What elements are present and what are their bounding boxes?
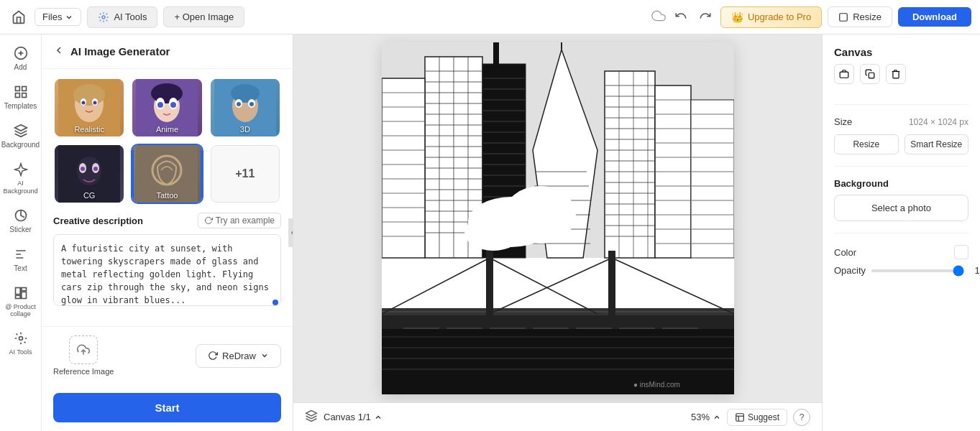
sidebar-item-background-label: Background bbox=[1, 141, 40, 149]
collage-icon bbox=[14, 286, 28, 300]
reference-image-section: Reference Image bbox=[53, 335, 114, 376]
svg-point-18 bbox=[73, 84, 105, 106]
size-value: 1024 × 1024 px bbox=[909, 117, 968, 127]
start-button[interactable]: Start bbox=[53, 393, 281, 422]
right-color-section: Color Opacity 100 bbox=[834, 245, 968, 276]
sticker-icon bbox=[14, 208, 28, 223]
panel-header: AI Image Generator bbox=[42, 34, 293, 69]
resize-btn[interactable]: Resize bbox=[834, 134, 899, 154]
ai-tools-button[interactable]: AI Tools bbox=[87, 6, 157, 28]
reference-image-upload[interactable] bbox=[69, 335, 98, 364]
style-grid: Realistic Anime 3D CG bbox=[42, 69, 293, 213]
canvas-tool-1-icon bbox=[839, 69, 849, 79]
background-section-title: Background bbox=[834, 178, 968, 189]
upload-icon bbox=[77, 343, 90, 356]
sidebar-item-add[interactable]: Add bbox=[2, 40, 40, 78]
sidebar-item-ai-background[interactable]: AI Background bbox=[2, 157, 40, 201]
resize-label: Resize bbox=[853, 11, 881, 22]
download-button[interactable]: Download bbox=[898, 7, 971, 27]
home-button[interactable] bbox=[9, 7, 29, 27]
sparkle-icon bbox=[14, 162, 28, 177]
divider-1 bbox=[834, 104, 968, 105]
sidebar-item-text[interactable]: Text bbox=[2, 241, 40, 279]
upgrade-button[interactable]: 👑 Upgrade to Pro bbox=[720, 6, 822, 28]
style-realistic-label: Realistic bbox=[55, 125, 124, 134]
svg-rect-11 bbox=[15, 287, 20, 294]
open-image-label: + Open Image bbox=[174, 11, 234, 22]
suggest-button[interactable]: Suggest bbox=[727, 409, 787, 426]
select-photo-button[interactable]: Select a photo bbox=[834, 195, 968, 221]
try-example-button[interactable]: Try an example bbox=[198, 213, 281, 228]
panel-title: AI Image Generator bbox=[70, 45, 170, 57]
svg-point-15 bbox=[19, 337, 22, 340]
help-button[interactable]: ? bbox=[793, 409, 810, 426]
color-label: Color bbox=[834, 247, 856, 258]
reference-image-label: Reference Image bbox=[53, 367, 114, 376]
canvas-area: ● insMind.com Canvas 1/1 53% Suggest bbox=[293, 34, 822, 431]
cloud-icon[interactable] bbox=[651, 9, 666, 25]
svg-rect-13 bbox=[21, 292, 26, 298]
svg-point-41 bbox=[81, 167, 85, 171]
svg-marker-173 bbox=[306, 411, 317, 417]
style-more-label: +11 bbox=[211, 145, 280, 203]
undo-button[interactable] bbox=[672, 6, 690, 27]
sidebar-item-product-collage-label: @ Product collage bbox=[5, 303, 37, 319]
panel-back-button[interactable] bbox=[53, 45, 65, 58]
sidebar-item-ai-tools[interactable]: AI Tools bbox=[2, 325, 40, 362]
right-canvas-section: Canvas bbox=[834, 46, 968, 93]
left-sidebar: Add Templates Background AI Background S… bbox=[0, 34, 42, 431]
svg-rect-12 bbox=[21, 287, 26, 290]
style-cg[interactable]: CG bbox=[53, 144, 125, 204]
canvas-bottom-bar: Canvas 1/1 53% Suggest ? bbox=[293, 402, 822, 431]
files-menu[interactable]: Files bbox=[35, 8, 81, 26]
style-tattoo[interactable]: Tattoo bbox=[131, 144, 203, 204]
style-3d[interactable]: 3D bbox=[209, 78, 281, 138]
style-realistic[interactable]: Realistic bbox=[53, 78, 125, 138]
svg-point-25 bbox=[151, 83, 183, 103]
chevron-down-icon bbox=[260, 351, 269, 360]
svg-rect-7 bbox=[15, 93, 19, 98]
canvas-tool-1[interactable] bbox=[834, 64, 854, 84]
color-swatch[interactable] bbox=[954, 245, 968, 259]
svg-point-149 bbox=[464, 215, 522, 251]
svg-rect-14 bbox=[15, 295, 20, 298]
main-area: Add Templates Background AI Background S… bbox=[0, 34, 980, 431]
sidebar-item-background[interactable]: Background bbox=[2, 118, 40, 155]
svg-rect-178 bbox=[869, 73, 874, 78]
sidebar-item-templates[interactable]: Templates bbox=[2, 79, 40, 116]
size-label: Size bbox=[834, 116, 852, 127]
style-anime[interactable]: Anime bbox=[131, 78, 203, 138]
topbar: Files AI Tools + Open Image 👑 Upgrade to… bbox=[0, 0, 980, 34]
ai-tools-label: AI Tools bbox=[114, 11, 147, 22]
layers-button[interactable] bbox=[305, 409, 318, 425]
layers-bottom-icon bbox=[305, 409, 318, 422]
svg-point-22 bbox=[93, 101, 97, 105]
svg-rect-69 bbox=[493, 42, 499, 68]
resize-button[interactable]: Resize bbox=[828, 6, 892, 27]
canvas-tool-3[interactable] bbox=[886, 64, 906, 84]
canvas-viewport[interactable]: ● insMind.com bbox=[293, 34, 822, 402]
zoom-control[interactable]: 53% bbox=[691, 412, 721, 422]
opacity-slider[interactable] bbox=[871, 269, 964, 272]
redraw-label: ReDraw bbox=[222, 351, 256, 361]
svg-point-28 bbox=[157, 102, 163, 108]
canvas-tool-2[interactable] bbox=[860, 64, 880, 84]
redo-button[interactable] bbox=[696, 6, 715, 27]
creative-description-textarea[interactable]: A futuristic city at sunset, with toweri… bbox=[53, 234, 281, 306]
sidebar-item-product-collage[interactable]: @ Product collage bbox=[2, 280, 40, 325]
collapse-handle[interactable] bbox=[288, 218, 293, 247]
sidebar-item-sticker[interactable]: Sticker bbox=[2, 203, 40, 240]
refresh-icon bbox=[204, 216, 213, 225]
textarea-wrapper: A futuristic city at sunset, with toweri… bbox=[53, 234, 281, 308]
svg-rect-93 bbox=[605, 71, 655, 258]
redraw-button[interactable]: ReDraw bbox=[196, 344, 281, 368]
style-cg-label: CG bbox=[55, 191, 124, 200]
city-sketch-svg: ● insMind.com bbox=[382, 42, 734, 394]
smart-resize-btn[interactable]: Smart Resize bbox=[905, 134, 969, 154]
style-more[interactable]: +11 bbox=[209, 144, 281, 204]
canvas-chevron-up-icon bbox=[374, 413, 383, 422]
svg-rect-177 bbox=[840, 72, 848, 78]
canvas-page-label[interactable]: Canvas 1/1 bbox=[324, 412, 383, 422]
open-image-button[interactable]: + Open Image bbox=[163, 6, 244, 27]
svg-rect-159 bbox=[382, 326, 734, 394]
